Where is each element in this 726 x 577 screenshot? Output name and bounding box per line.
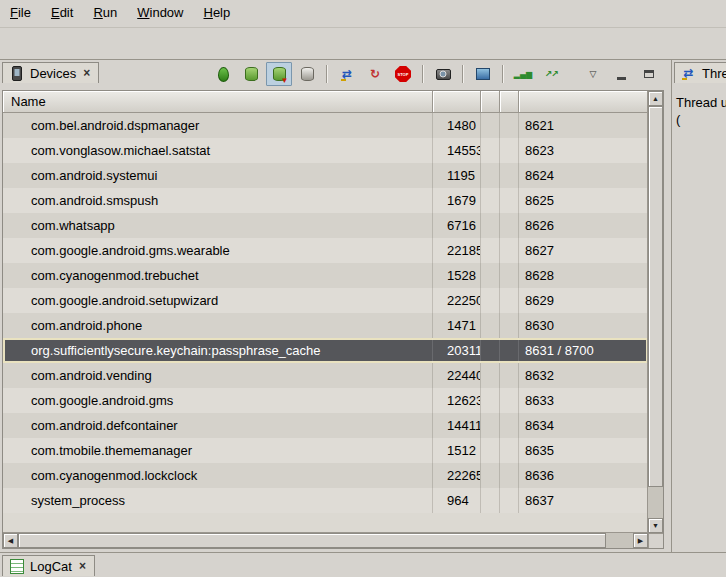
threads-message-line2: ( <box>676 111 726 128</box>
process-row[interactable]: com.vonglasow.michael.satstat145538623 <box>3 138 648 163</box>
maximize-button[interactable] <box>636 62 662 86</box>
close-icon[interactable] <box>77 560 88 572</box>
close-icon[interactable] <box>81 67 92 79</box>
cell-empty <box>500 313 519 338</box>
process-port: 8633 <box>519 388 648 413</box>
column-header-4[interactable] <box>519 91 648 113</box>
process-row[interactable]: com.google.android.setupwizard222508629 <box>3 288 648 313</box>
column-header-2[interactable] <box>481 91 500 113</box>
process-row[interactable]: system_process9648637 <box>3 488 648 513</box>
process-row[interactable]: org.sufficientlysecure.keychain:passphra… <box>3 338 648 363</box>
process-name: com.android.vending <box>3 363 433 388</box>
cell-empty <box>481 113 500 138</box>
process-row[interactable]: com.android.phone14718630 <box>3 313 648 338</box>
debug-process-button[interactable] <box>210 62 236 86</box>
process-row[interactable]: com.android.vending224408632 <box>3 363 648 388</box>
update-heap-icon <box>243 66 260 83</box>
process-name: com.cyanogenmod.trebuchet <box>3 263 433 288</box>
cell-empty <box>500 413 519 438</box>
dump-hprof-icon <box>271 66 288 83</box>
vertical-scrollbar[interactable] <box>647 91 663 533</box>
process-row[interactable]: com.cyanogenmod.trebuchet15288628 <box>3 263 648 288</box>
menu-run[interactable]: Run <box>83 0 127 27</box>
process-port: 8635 <box>519 438 648 463</box>
devices-tab-bar: Devices STOP <box>0 60 666 88</box>
cause-gc-button[interactable] <box>294 62 320 86</box>
process-port: 8631 / 8700 <box>519 338 648 363</box>
process-row[interactable]: com.tmobile.thememanager15128635 <box>3 438 648 463</box>
cell-empty <box>500 363 519 388</box>
device-icon <box>8 65 25 82</box>
tab-threads[interactable]: Threads <box>674 62 726 83</box>
menu-bar: FileEditRunWindowHelp <box>0 0 726 28</box>
system-info-icon <box>475 66 492 83</box>
devices-toolbar: STOP <box>210 62 662 86</box>
screen-capture-icon <box>435 66 452 83</box>
process-row[interactable]: com.cyanogenmod.lockclock222658636 <box>3 463 648 488</box>
maximize-icon <box>641 66 658 83</box>
horizontal-scrollbar[interactable] <box>3 532 648 548</box>
scroll-down-icon[interactable] <box>648 518 663 533</box>
process-pid: 1195 <box>433 163 481 188</box>
network-stats-button[interactable] <box>510 62 536 86</box>
scroll-right-icon[interactable] <box>633 533 648 548</box>
cell-empty <box>500 438 519 463</box>
scroll-left-icon[interactable] <box>3 533 18 548</box>
tab-logcat[interactable]: LogCat <box>2 555 95 576</box>
logcat-icon <box>8 558 25 575</box>
start-tracing-button[interactable] <box>538 62 564 86</box>
process-port: 8628 <box>519 263 648 288</box>
minimize-button[interactable] <box>608 62 634 86</box>
cell-empty <box>481 213 500 238</box>
process-port: 8623 <box>519 138 648 163</box>
threads-message-line1: Thread up <box>676 94 726 111</box>
cell-empty <box>500 188 519 213</box>
cell-empty <box>500 113 519 138</box>
menu-window[interactable]: Window <box>127 0 193 27</box>
process-port: 8624 <box>519 163 648 188</box>
system-info-button[interactable] <box>470 62 496 86</box>
process-row[interactable]: com.bel.android.dspmanager14808621 <box>3 113 648 138</box>
cell-empty <box>500 488 519 513</box>
process-name: com.google.android.setupwizard <box>3 288 433 313</box>
toolbar-separator <box>502 65 504 83</box>
process-name: com.vonglasow.michael.satstat <box>3 138 433 163</box>
toolbar-separator <box>422 65 424 83</box>
cell-empty <box>481 313 500 338</box>
view-menu-button[interactable] <box>580 62 606 86</box>
scroll-up-icon[interactable] <box>648 91 663 106</box>
menu-edit[interactable]: Edit <box>41 0 83 27</box>
process-row[interactable]: com.android.defcontainer144118634 <box>3 413 648 438</box>
column-header-1[interactable] <box>433 91 481 113</box>
stop-process-button[interactable]: STOP <box>390 62 416 86</box>
ddms-window: FileEditRunWindowHelp Devices STOP Name … <box>0 0 726 577</box>
process-pid: 1528 <box>433 263 481 288</box>
start-tracing-icon <box>543 66 560 83</box>
method-profiling-button[interactable] <box>362 62 388 86</box>
process-port: 8636 <box>519 463 648 488</box>
process-port: 8637 <box>519 488 648 513</box>
update-heap-button[interactable] <box>238 62 264 86</box>
cell-empty <box>481 363 500 388</box>
horizontal-scroll-thumb[interactable] <box>18 533 606 548</box>
threads-panel: Threads Thread up ( <box>671 60 726 552</box>
screen-capture-button[interactable] <box>430 62 456 86</box>
process-row[interactable]: com.android.systemui11958624 <box>3 163 648 188</box>
cell-empty <box>500 238 519 263</box>
process-row[interactable]: com.android.smspush16798625 <box>3 188 648 213</box>
process-row[interactable]: com.google.android.gms126238633 <box>3 388 648 413</box>
process-port: 8625 <box>519 188 648 213</box>
column-header-3[interactable] <box>500 91 519 113</box>
process-port: 8630 <box>519 313 648 338</box>
dump-hprof-button[interactable] <box>266 62 292 86</box>
menu-help[interactable]: Help <box>193 0 240 27</box>
tab-devices[interactable]: Devices <box>2 62 99 83</box>
menu-file[interactable]: File <box>0 0 41 27</box>
tab-threads-label: Threads <box>702 66 726 81</box>
column-header-name[interactable]: Name <box>3 91 433 113</box>
update-threads-button[interactable] <box>334 62 360 86</box>
cell-empty <box>481 463 500 488</box>
vertical-scroll-thumb[interactable] <box>648 106 663 487</box>
process-row[interactable]: com.google.android.gms.wearable221858627 <box>3 238 648 263</box>
process-row[interactable]: com.whatsapp67168626 <box>3 213 648 238</box>
